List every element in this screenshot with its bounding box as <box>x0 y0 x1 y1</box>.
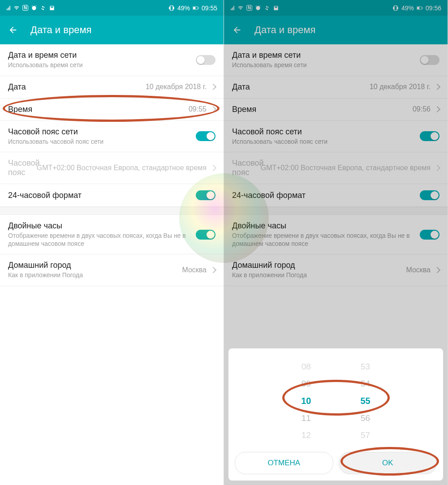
row-value: Москва <box>182 266 207 274</box>
row-title: 24-часовой формат <box>8 191 191 200</box>
chevron-right-icon <box>210 106 216 112</box>
row-dual-clocks[interactable]: Двойные часы Отображение времени в двух … <box>0 215 224 254</box>
ok-button[interactable]: OK <box>339 452 437 474</box>
minute-selected[interactable]: 55 <box>361 396 370 406</box>
battery-percent: 49% <box>177 4 190 12</box>
screen-left: N 49% 09:55 Дата и время Дата и время се… <box>0 0 224 485</box>
status-bar: N 49% 09:55 <box>0 0 224 16</box>
row-sub: Как в приложении Погода <box>8 271 177 279</box>
row-title: Время <box>8 105 184 114</box>
mail-icon <box>49 5 55 11</box>
sync-icon <box>40 5 46 11</box>
row-title: Дата <box>8 82 141 92</box>
row-sub: Отображение времени в двух часовых пояса… <box>8 232 191 248</box>
alarm-icon <box>31 5 37 11</box>
time-wheels: 08 09 10 11 12 53 54 55 56 57 <box>228 357 443 449</box>
page-title: Дата и время <box>30 24 91 36</box>
chevron-right-icon <box>210 84 216 90</box>
row-title: Дата и время сети <box>8 51 191 60</box>
battery-icon <box>193 5 199 11</box>
chevron-right-icon <box>210 267 216 273</box>
row-auto-timezone[interactable]: Часовой пояс сети Использовать часовой п… <box>0 121 224 153</box>
hour-wheel[interactable]: 08 09 10 11 12 <box>301 362 311 440</box>
settings-list: Дата и время сети Использовать время сет… <box>0 44 224 485</box>
section-divider <box>0 207 224 215</box>
screen-right: N 49% 09:56 Дата и время Дата и время се… <box>224 0 448 485</box>
row-value: 09:55 <box>189 105 207 113</box>
minute-option[interactable]: 54 <box>361 379 370 389</box>
hour-option[interactable]: 11 <box>302 413 311 423</box>
signal-icon <box>6 5 13 11</box>
row-date[interactable]: Дата 10 декабря 2018 г. <box>0 76 224 99</box>
row-home-city[interactable]: Домашний город Как в приложении Погода М… <box>0 254 224 286</box>
status-time: 09:55 <box>202 4 217 12</box>
vibrate-icon <box>168 5 175 11</box>
nfc-icon: N <box>22 5 28 11</box>
row-title: Часовой пояс сети <box>8 127 191 137</box>
row-24h-format[interactable]: 24-часовой формат <box>0 184 224 207</box>
minute-option[interactable]: 56 <box>361 413 370 423</box>
row-sub: Использовать время сети <box>8 61 191 69</box>
minute-wheel[interactable]: 53 54 55 56 57 <box>361 362 370 440</box>
minute-option[interactable]: 53 <box>361 362 370 372</box>
row-time[interactable]: Время 09:55 <box>0 99 224 121</box>
hour-option[interactable]: 09 <box>302 379 311 389</box>
row-timezone: Часовой пояс GMT+02:00 Восточная Европа,… <box>0 152 224 184</box>
row-title: Часовой пояс <box>8 159 32 177</box>
row-value: GMT+02:00 Восточная Европа, стандартное … <box>37 164 207 172</box>
svg-rect-2 <box>193 7 195 9</box>
signal-icons <box>6 5 20 11</box>
chevron-right-icon <box>210 165 216 171</box>
toggle-24h[interactable] <box>196 190 215 200</box>
app-header: Дата и время <box>0 16 224 44</box>
hour-option[interactable]: 08 <box>302 362 311 372</box>
row-value: 10 декабря 2018 г. <box>146 83 207 91</box>
row-title: Двойные часы <box>8 221 191 231</box>
toggle-auto-datetime[interactable] <box>196 55 215 65</box>
toggle-dual-clocks[interactable] <box>196 230 215 240</box>
row-auto-datetime[interactable]: Дата и время сети Использовать время сет… <box>0 44 224 76</box>
minute-option[interactable]: 57 <box>361 430 370 440</box>
wifi-icon <box>13 5 20 11</box>
row-title: Домашний город <box>8 261 177 270</box>
time-picker-dialog: 08 09 10 11 12 53 54 55 56 57 ОТМЕНА OK <box>228 348 443 481</box>
row-sub: Использовать часовой пояс сети <box>8 138 191 146</box>
hour-selected[interactable]: 10 <box>301 396 311 406</box>
cancel-button[interactable]: ОТМЕНА <box>235 452 333 474</box>
back-icon[interactable] <box>8 25 18 35</box>
hour-option[interactable]: 12 <box>302 430 311 440</box>
toggle-auto-timezone[interactable] <box>196 131 215 141</box>
svg-rect-1 <box>198 7 198 9</box>
